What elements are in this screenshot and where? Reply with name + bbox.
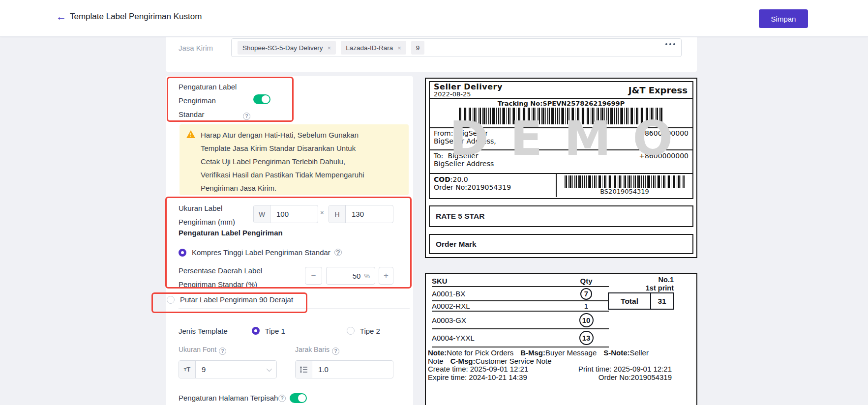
template-type-label: Jenis Template bbox=[179, 327, 252, 335]
qty-badge: 10 bbox=[579, 313, 594, 327]
height-prefix: H bbox=[329, 205, 346, 223]
compress-radio-label: Kompres Tinggi Label Pengiriman Standar bbox=[192, 248, 330, 257]
font-size-icon: TT bbox=[179, 361, 196, 378]
courier-tag: 9 bbox=[411, 41, 425, 55]
multiply-icon: × bbox=[320, 209, 324, 216]
qty-column-header: Qty bbox=[575, 277, 597, 285]
divider bbox=[179, 308, 410, 309]
print-no: No.1 bbox=[646, 276, 674, 284]
table-row: A0004-YXXL 13 bbox=[432, 329, 609, 347]
tipe1-radio[interactable] bbox=[252, 327, 260, 335]
rotate-radio-label: Putar Label Pengiriman 90 Derajat bbox=[180, 295, 293, 304]
separate-page-toggle[interactable] bbox=[290, 393, 307, 403]
warning-text: Harap Atur dengan Hati-Hati, Sebelum Gun… bbox=[201, 128, 374, 195]
courier-tag: Shopee-SG-5-Day Delivery × bbox=[238, 41, 336, 55]
width-field: W bbox=[253, 205, 318, 223]
table-row: A0001-BX 7 bbox=[432, 287, 609, 301]
remove-tag-icon[interactable]: × bbox=[397, 44, 401, 52]
remove-tag-icon[interactable]: × bbox=[328, 44, 331, 52]
top-bar: ← Template Label Pengiriman Kustom Simpa… bbox=[0, 0, 868, 36]
qty-badge: 7 bbox=[580, 288, 592, 300]
back-icon[interactable]: ← bbox=[56, 11, 66, 23]
to-address: BigSeller Address bbox=[434, 160, 688, 168]
print-seq: 1st print bbox=[646, 284, 674, 292]
sku-table-card: No.1 1st print Total 31 SKU Qty A0001-BX… bbox=[425, 273, 697, 405]
more-icon[interactable] bbox=[665, 43, 675, 45]
help-icon[interactable]: ? bbox=[278, 395, 286, 402]
template-type-option-1: Tipe 1 bbox=[252, 327, 334, 335]
section-title: Pengaturan Label Pengiriman bbox=[179, 229, 283, 237]
line-spacing-field bbox=[295, 360, 393, 378]
label-preview-inner: Seller Delivery 2022-08-25 J&T Express T… bbox=[429, 81, 693, 199]
table-row: A0003-GX 10 bbox=[432, 312, 609, 329]
jasa-kirim-select[interactable]: Shopee-SG-5-Day Delivery × Lazada-ID-Rar… bbox=[231, 38, 682, 57]
width-input[interactable] bbox=[270, 205, 318, 223]
order-no: Order No:2019054319 bbox=[599, 374, 672, 382]
percent-unit: % bbox=[364, 272, 370, 280]
sku-table: No.1 1st print Total 31 SKU Qty A0001-BX… bbox=[426, 274, 696, 347]
separate-page-row: Pengaturan Halaman Terpisah? bbox=[179, 393, 307, 403]
expire-time: Expire time: 2024-10-21 14:39 bbox=[428, 374, 527, 382]
help-icon[interactable]: ? bbox=[332, 347, 339, 355]
note-line-2: NoteC-Msg:Customer Service Note bbox=[428, 357, 672, 366]
height-field: H bbox=[329, 205, 393, 223]
cod-cell: COD:20.0 Order No:2019054319 bbox=[430, 174, 557, 197]
percent-value: 50 bbox=[353, 272, 361, 280]
font-size-label: Ukuran Font? bbox=[179, 346, 226, 355]
courier-name: J&T Express bbox=[629, 85, 688, 95]
rotate-radio[interactable] bbox=[167, 296, 175, 304]
save-button[interactable]: Simpan bbox=[759, 9, 808, 28]
line-spacing-input[interactable] bbox=[312, 361, 393, 378]
template-type-option-2: Tipe 2 bbox=[347, 327, 429, 335]
delivery-type: Seller Delivery 2022-08-25 bbox=[434, 82, 503, 98]
expire-order-row: Expire time: 2024-10-21 14:39 Order No:2… bbox=[428, 374, 672, 382]
help-icon[interactable]: ? bbox=[334, 249, 342, 256]
courier-tag-label: 9 bbox=[416, 44, 420, 52]
total-value: 31 bbox=[650, 293, 673, 309]
standard-label-toggle[interactable] bbox=[253, 94, 270, 104]
compress-radio-row: Kompres Tinggi Label Pengiriman Standar … bbox=[179, 248, 342, 257]
line-spacing-icon bbox=[296, 361, 312, 378]
font-size-select[interactable]: TT 9 bbox=[179, 360, 277, 378]
to-phone: +8600000000 bbox=[639, 152, 688, 160]
help-icon[interactable]: ? bbox=[219, 347, 226, 355]
tipe2-label: Tipe 2 bbox=[360, 327, 380, 335]
table-row: A0002-RXL 1 bbox=[432, 301, 609, 312]
order-barcode-caption: BS2019054319 bbox=[557, 188, 692, 195]
order-number: Order No:2019054319 bbox=[434, 183, 552, 191]
tracking-row: Tracking No:SPEVN257826219699P bbox=[430, 99, 692, 128]
percent-input[interactable]: 50 % bbox=[326, 267, 375, 285]
increase-button[interactable]: + bbox=[379, 267, 393, 285]
help-icon[interactable]: ? bbox=[243, 113, 250, 120]
label-size-label: Ukuran Label Pengiriman (mm) bbox=[179, 202, 247, 229]
tracking-barcode bbox=[459, 108, 663, 124]
warning-icon: ! bbox=[186, 130, 195, 138]
courier-tag-label: Lazada-ID-Rara bbox=[346, 44, 393, 52]
line-spacing-label: Jarak Baris? bbox=[295, 346, 339, 355]
decrease-button[interactable]: − bbox=[305, 267, 322, 285]
to-row: To: BigSeller +8600000000 BigSeller Addr… bbox=[430, 150, 692, 174]
total-label: Total bbox=[609, 293, 650, 309]
delivery-date: 2022-08-25 bbox=[434, 90, 503, 98]
page-title: Template Label Pengiriman Kustom bbox=[70, 12, 202, 22]
qty-badge: 13 bbox=[579, 331, 594, 345]
from-row: From: BigSeller +8600000000 BigSeller Ad… bbox=[430, 128, 692, 150]
order-mark-box: Order Mark bbox=[429, 234, 693, 254]
height-input[interactable] bbox=[346, 205, 393, 223]
to-name: To: BigSeller bbox=[434, 152, 478, 160]
tipe1-label: Tipe 1 bbox=[265, 327, 285, 335]
note-line-1: Note:Note for Pick OrdersB-Msg:Buyer Mes… bbox=[428, 349, 672, 357]
create-time: Create time: 2025-09-01 12:21 bbox=[428, 365, 528, 374]
total-box: Total 31 bbox=[608, 292, 674, 310]
font-size-value: 9 bbox=[196, 361, 276, 378]
order-barcode bbox=[565, 175, 685, 188]
standard-label-text: Pengaturan Label Pengiriman Standar bbox=[179, 80, 240, 121]
print-info: No.1 1st print bbox=[646, 276, 674, 292]
create-print-row: Create time: 2025-09-01 12:21 Print time… bbox=[428, 365, 672, 374]
compress-radio[interactable] bbox=[179, 249, 186, 257]
sku-header-row: SKU Qty bbox=[432, 276, 609, 287]
tipe2-radio[interactable] bbox=[347, 327, 355, 335]
courier-tag-label: Shopee-SG-5-Day Delivery bbox=[242, 44, 323, 52]
percent-label: Persentase Daerah Label Pengiriman Stand… bbox=[179, 264, 266, 291]
cod-row: COD:20.0 Order No:2019054319 BS201905431… bbox=[430, 174, 692, 197]
